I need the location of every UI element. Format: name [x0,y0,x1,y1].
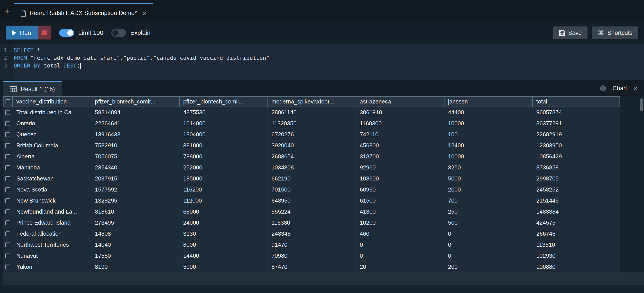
result-tab[interactable]: Result 1 (15) [3,81,62,96]
table-row[interactable]: Alberta705607578800026836543187001000010… [3,151,620,162]
row-checkbox[interactable] [5,187,10,192]
table-cell: 1614000 [179,118,268,129]
save-icon [559,30,565,36]
vertical-scrollbar[interactable] [640,98,643,111]
run-button[interactable]: Run [6,26,38,40]
column-header[interactable]: janssen [444,96,532,107]
table-cell: 10000 [444,151,532,162]
code-token: "rearc_adx_demo_data_share"."public"."ca… [27,55,270,61]
column-header[interactable]: total [532,96,620,107]
column-header[interactable]: vaccine_distribution [12,96,91,107]
row-checkbox[interactable] [5,242,10,247]
code-line: 2FROM "rearc_adx_demo_data_share"."publi… [0,54,644,62]
row-checkbox[interactable] [5,176,10,181]
row-select-cell[interactable] [3,162,12,173]
row-checkbox[interactable] [5,264,10,270]
table-cell: 1304000 [179,129,268,140]
tab-query-editor[interactable]: Rearc Redshift ADX Subscription Demo* × [14,3,153,22]
table-row[interactable]: Nunavut17550144007098000102930 [3,250,620,262]
new-tab-button[interactable]: + [0,0,14,22]
table-row[interactable]: Ontario222646411614000113203501168300100… [3,118,620,129]
table-row[interactable]: Newfoundland and La...818610680005552244… [3,206,620,217]
column-header[interactable]: pfizer_biontech_comir... [91,96,179,107]
code-lines: 1SELECT *2FROM "rearc_adx_demo_data_shar… [0,46,644,70]
table-cell: 12400 [444,140,532,151]
shortcuts-button[interactable]: ⌘ Shortcuts [592,26,638,39]
row-select-cell[interactable] [3,206,12,217]
column-header[interactable]: pfizer_biontech_comir... [179,96,268,107]
table-cell: 36377291 [532,118,620,129]
row-checkbox[interactable] [5,232,10,236]
table-cell: 2151445 [532,195,620,206]
save-button[interactable]: Save [553,26,588,39]
row-select-cell[interactable] [3,240,12,250]
table-row[interactable]: Northwest Territories1404080009147000113… [3,240,620,250]
table-row[interactable]: Saskatchewan2037915185000662190108600500… [3,173,620,184]
stop-icon [42,30,47,35]
code-token: total [40,62,63,69]
table-cell: Yukon [12,262,91,272]
row-select-cell[interactable] [3,228,12,240]
limit-100-toggle[interactable] [59,29,74,36]
tab-close-icon[interactable]: × [142,10,146,17]
table-cell: 12303950 [532,140,620,151]
table-cell: 112000 [179,195,268,206]
table-row[interactable]: Manitoba23543402520001034308929603250373… [3,162,620,173]
table-cell: 700 [444,195,532,206]
table-cell: Ontario [12,118,91,129]
row-select-cell[interactable] [3,217,12,228]
row-checkbox[interactable] [5,110,10,115]
table-cell: 41300 [356,206,444,217]
table-cell: 44400 [444,107,532,118]
table-cell: 662190 [268,173,356,184]
row-select-cell[interactable] [3,129,12,140]
table-row[interactable]: Prince Edward Island27349524000116380102… [3,217,620,228]
select-all-cell[interactable] [3,96,12,107]
table-cell: 248348 [268,228,356,240]
results-table: vaccine_distributionpfizer_biontech_comi… [0,96,644,285]
row-select-cell[interactable] [3,151,12,162]
table-row[interactable]: Federal allocation1480831302483484600266… [3,228,620,240]
table-row[interactable]: Total distributed in Ca...59214894487553… [3,107,620,118]
table-cell: 2000 [444,184,532,195]
row-select-cell[interactable] [3,195,12,206]
table-row[interactable]: Quebec1391643313040006720276742110100226… [3,129,620,140]
row-checkbox[interactable] [5,143,10,148]
toolbar: Run Limit 100 Explain Save ⌘ Shortcuts [0,22,644,44]
table-cell: 108600 [356,173,444,184]
row-checkbox[interactable] [5,132,10,137]
select-all-checkbox[interactable] [6,99,10,104]
table-cell: 250 [444,206,532,217]
table-row[interactable]: Nova Scotia15775921162007015006096020002… [3,184,620,195]
table-cell: 96057874 [532,107,620,118]
stop-button[interactable] [38,26,51,40]
table-cell: 701500 [268,184,356,195]
row-checkbox[interactable] [5,210,10,214]
row-checkbox[interactable] [5,220,10,225]
table-row[interactable]: New Brunswick132829511200064895061500700… [3,195,620,206]
row-select-cell[interactable] [3,173,12,184]
limit-100-label: Limit 100 [78,29,103,36]
row-checkbox[interactable] [5,254,10,258]
table-row[interactable]: British Columbia753291038180039200404568… [3,140,620,151]
row-checkbox[interactable] [5,165,10,170]
row-checkbox[interactable] [5,121,10,126]
column-header[interactable]: moderna_spikevaxfoot... [268,96,356,107]
table-row[interactable]: Yukon819050008747020200100880 [3,262,620,272]
table-cell: 116380 [268,217,356,228]
row-select-cell[interactable] [3,262,12,272]
row-checkbox[interactable] [5,154,10,159]
column-header[interactable]: astrazeneca [356,96,444,107]
row-select-cell[interactable] [3,140,12,151]
sql-editor[interactable]: 1SELECT *2FROM "rearc_adx_demo_data_shar… [0,44,644,80]
row-select-cell[interactable] [3,250,12,262]
table-cell: 185000 [179,173,268,184]
explain-toggle[interactable] [111,29,126,36]
row-select-cell[interactable] [3,107,12,118]
row-checkbox[interactable] [5,198,10,203]
table-cell: 116200 [179,184,268,195]
chart-toggle[interactable] [600,86,606,91]
row-select-cell[interactable] [3,184,12,195]
results-close-icon[interactable]: × [634,84,638,92]
row-select-cell[interactable] [3,118,12,129]
